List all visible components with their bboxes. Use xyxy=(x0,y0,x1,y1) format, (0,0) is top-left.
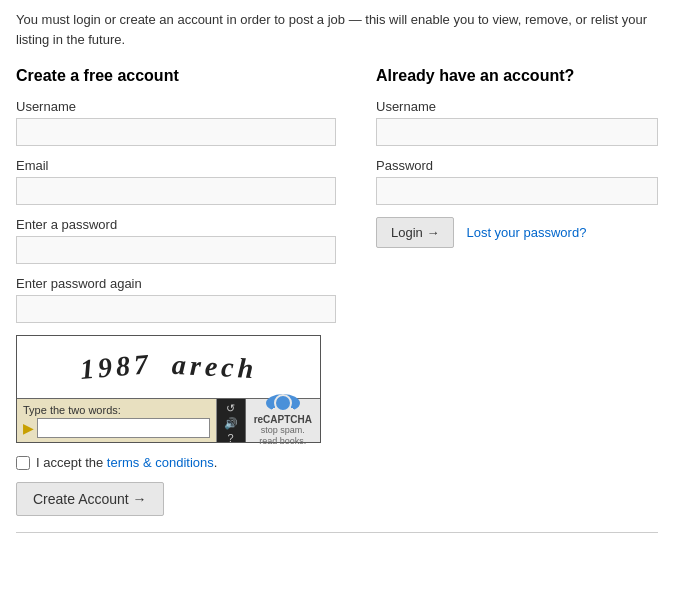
captcha-input-area: Type the two words: ▶ xyxy=(17,399,217,442)
create-password-again-label: Enter password again xyxy=(16,276,336,291)
captcha-widget: 1987 arech Type the two words: ▶ ↺ 🔊 ? xyxy=(16,335,321,443)
captcha-text-input[interactable] xyxy=(37,418,210,438)
terms-checkbox-row: I accept the terms & conditions. xyxy=(16,455,336,470)
login-action-row: Login → Lost your password? xyxy=(376,217,658,248)
captcha-icon-buttons: ↺ 🔊 ? xyxy=(217,399,246,442)
create-password-again-group: Enter password again xyxy=(16,276,336,323)
terms-checkbox[interactable] xyxy=(16,456,30,470)
terms-label: I accept the terms & conditions. xyxy=(36,455,217,470)
login-password-label: Password xyxy=(376,158,658,173)
create-username-input[interactable] xyxy=(16,118,336,146)
create-account-heading: Create a free account xyxy=(16,67,336,85)
login-password-input[interactable] xyxy=(376,177,658,205)
captcha-word2: arech xyxy=(171,349,258,385)
login-username-label: Username xyxy=(376,99,658,114)
create-username-group: Username xyxy=(16,99,336,146)
login-password-group: Password xyxy=(376,158,658,205)
lost-password-link[interactable]: Lost your password? xyxy=(466,225,586,240)
captcha-image: 1987 arech xyxy=(17,336,320,398)
create-password-label: Enter a password xyxy=(16,217,336,232)
create-password-group: Enter a password xyxy=(16,217,336,264)
recaptcha-badge: reCAPTCHA stop spam. read books. xyxy=(246,399,320,442)
captcha-help-button[interactable]: ? xyxy=(227,432,235,445)
create-username-label: Username xyxy=(16,99,336,114)
create-email-group: Email xyxy=(16,158,336,205)
recaptcha-logo-circle xyxy=(266,394,300,412)
recaptcha-brand-label: reCAPTCHA xyxy=(254,414,312,425)
bottom-divider xyxy=(16,532,658,533)
create-password-again-input[interactable] xyxy=(16,295,336,323)
login-section: Already have an account? Username Passwo… xyxy=(356,67,658,248)
create-email-label: Email xyxy=(16,158,336,173)
create-password-input[interactable] xyxy=(16,236,336,264)
terms-link[interactable]: terms & conditions xyxy=(107,455,214,470)
terms-post-text: . xyxy=(214,455,218,470)
intro-text: You must login or create an account in o… xyxy=(16,10,658,49)
captcha-refresh-button[interactable]: ↺ xyxy=(225,402,236,415)
captcha-word1: 1987 xyxy=(79,348,154,386)
create-email-input[interactable] xyxy=(16,177,336,205)
create-account-section: Create a free account Username Email Ent… xyxy=(16,67,356,516)
captcha-arrow-icon: ▶ xyxy=(23,420,34,436)
captcha-instruction: Type the two words: xyxy=(23,404,210,416)
captcha-audio-button[interactable]: 🔊 xyxy=(223,417,239,430)
login-heading: Already have an account? xyxy=(376,67,658,85)
captcha-bottom-row: Type the two words: ▶ ↺ 🔊 ? reCAPTCHA xyxy=(17,398,320,442)
login-button[interactable]: Login → xyxy=(376,217,454,248)
recaptcha-inner-circle xyxy=(274,394,292,412)
terms-pre-text: I accept the xyxy=(36,455,107,470)
login-username-group: Username xyxy=(376,99,658,146)
create-account-button[interactable]: Create Account → xyxy=(16,482,164,516)
login-username-input[interactable] xyxy=(376,118,658,146)
recaptcha-tagline: stop spam. read books. xyxy=(259,425,306,447)
